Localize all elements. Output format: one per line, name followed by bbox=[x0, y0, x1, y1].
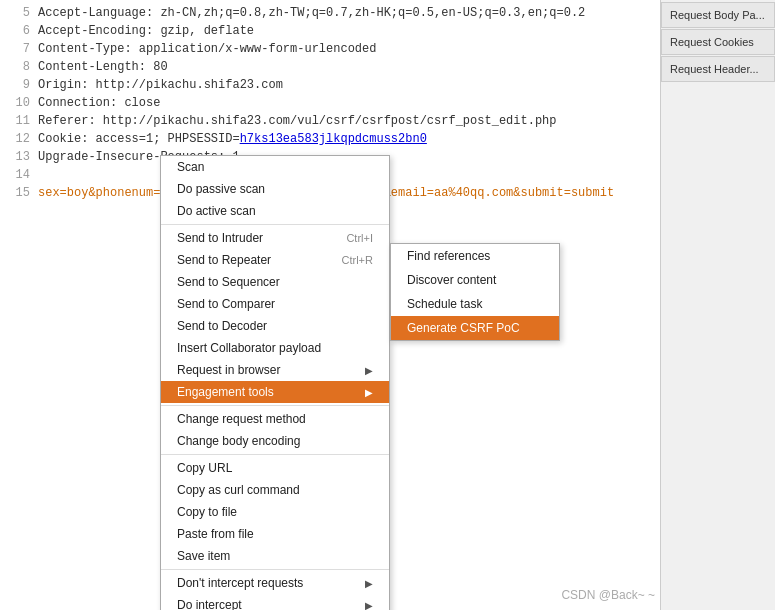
code-line-6: 6 Accept-Encoding: gzip, deflate bbox=[8, 22, 652, 40]
code-line-7: 7 Content-Type: application/x-www-form-u… bbox=[8, 40, 652, 58]
menu-item-decoder[interactable]: Send to Decoder bbox=[161, 315, 389, 337]
request-header-btn[interactable]: Request Header... bbox=[661, 56, 775, 82]
menu-item-do-intercept[interactable]: Do intercept ▶ bbox=[161, 594, 389, 610]
menu-item-active-scan[interactable]: Do active scan bbox=[161, 200, 389, 222]
menu-item-passive-scan[interactable]: Do passive scan bbox=[161, 178, 389, 200]
code-line-9: 9 Origin: http://pikachu.shifa23.com bbox=[8, 76, 652, 94]
watermark: CSDN @Back~ ~ bbox=[561, 588, 655, 602]
submenu-schedule-task[interactable]: Schedule task bbox=[391, 292, 559, 316]
menu-item-comparer[interactable]: Send to Comparer bbox=[161, 293, 389, 315]
menu-item-request-browser[interactable]: Request in browser ▶ bbox=[161, 359, 389, 381]
menu-item-repeater[interactable]: Send to Repeater Ctrl+R bbox=[161, 249, 389, 271]
request-cookies-btn[interactable]: Request Cookies bbox=[661, 29, 775, 55]
separator-1 bbox=[161, 224, 389, 225]
request-body-btn[interactable]: Request Body Pa... bbox=[661, 2, 775, 28]
submenu-find-references[interactable]: Find references bbox=[391, 244, 559, 268]
menu-item-save-item[interactable]: Save item bbox=[161, 545, 389, 567]
menu-item-copy-curl[interactable]: Copy as curl command bbox=[161, 479, 389, 501]
code-line-10: 10 Connection: close bbox=[8, 94, 652, 112]
menu-item-scan[interactable]: Scan bbox=[161, 156, 389, 178]
code-line-5: 5 Accept-Language: zh-CN,zh;q=0.8,zh-TW;… bbox=[8, 4, 652, 22]
code-line-8: 8 Content-Length: 80 bbox=[8, 58, 652, 76]
separator-3 bbox=[161, 454, 389, 455]
menu-item-collaborator[interactable]: Insert Collaborator payload bbox=[161, 337, 389, 359]
separator-4 bbox=[161, 569, 389, 570]
menu-item-intruder[interactable]: Send to Intruder Ctrl+I bbox=[161, 227, 389, 249]
menu-item-engagement-tools[interactable]: Engagement tools ▶ bbox=[161, 381, 389, 403]
code-line-11: 11 Referer: http://pikachu.shifa23.com/v… bbox=[8, 112, 652, 130]
menu-item-copy-url[interactable]: Copy URL bbox=[161, 457, 389, 479]
code-line-12: 12 Cookie: access=1; PHPSESSID=h7ks13ea5… bbox=[8, 130, 652, 148]
menu-item-paste-file[interactable]: Paste from file bbox=[161, 523, 389, 545]
menu-item-change-method[interactable]: Change request method bbox=[161, 408, 389, 430]
menu-item-dont-intercept[interactable]: Don't intercept requests ▶ bbox=[161, 572, 389, 594]
submenu-generate-csrf[interactable]: Generate CSRF PoC bbox=[391, 316, 559, 340]
menu-item-change-encoding[interactable]: Change body encoding bbox=[161, 430, 389, 452]
engagement-submenu: Find references Discover content Schedul… bbox=[390, 243, 560, 341]
menu-item-copy-file[interactable]: Copy to file bbox=[161, 501, 389, 523]
separator-2 bbox=[161, 405, 389, 406]
menu-item-sequencer[interactable]: Send to Sequencer bbox=[161, 271, 389, 293]
right-panel: Request Body Pa... Request Cookies Reque… bbox=[660, 0, 775, 610]
submenu-discover-content[interactable]: Discover content bbox=[391, 268, 559, 292]
context-menu: Scan Do passive scan Do active scan Send… bbox=[160, 155, 390, 610]
